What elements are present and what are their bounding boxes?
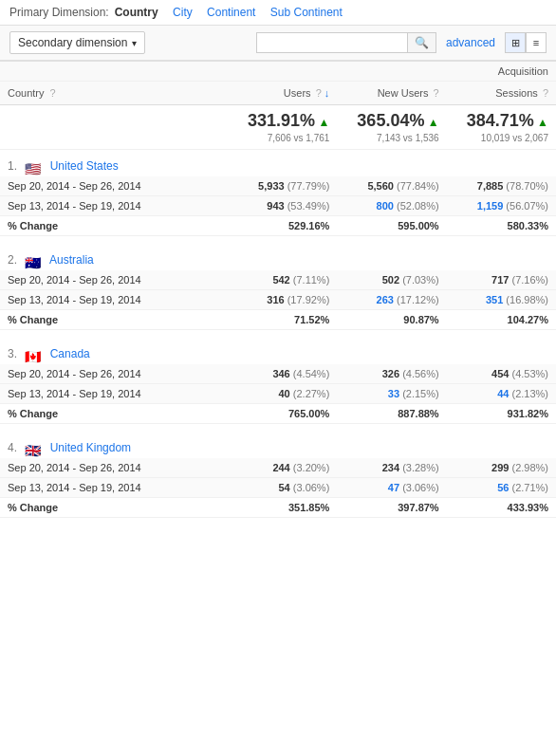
- search-button[interactable]: 🔍: [408, 32, 436, 53]
- country-row: 4. 🇬🇧 United Kingdom: [0, 432, 556, 458]
- date-row-2: Sep 13, 2014 - Sep 19, 2014 40 (2.27%) 3…: [0, 384, 556, 404]
- sessions-help-icon: ?: [543, 87, 548, 99]
- acquisition-header: Acquisition: [0, 62, 556, 82]
- summary-new-users: 365.04% ▲ 7,143 vs 1,536: [337, 105, 446, 150]
- country-name[interactable]: United States: [50, 159, 119, 173]
- users-column-header: Users ? ↓: [228, 82, 337, 105]
- list-view-icon[interactable]: ≡: [526, 32, 547, 53]
- date-row-1: Sep 20, 2014 - Sep 26, 2014 346 (4.54%) …: [0, 364, 556, 384]
- country-flag: 🇬🇧: [25, 443, 42, 454]
- country-name[interactable]: Australia: [49, 253, 94, 267]
- pct-change-row: % Change 71.52% 90.87% 104.27%: [0, 310, 556, 330]
- tab-subcontinent[interactable]: Sub Continent: [270, 6, 343, 19]
- data-table: Acquisition Country ? Users ? ↓ New User…: [0, 61, 556, 518]
- country-flag: 🇨🇦: [25, 349, 42, 360]
- country-flag: 🇦🇺: [25, 255, 42, 267]
- tab-country[interactable]: Country: [115, 6, 158, 19]
- country-rank: 1.: [8, 159, 17, 173]
- help-icon: ?: [50, 87, 56, 99]
- date-row-1: Sep 20, 2014 - Sep 26, 2014 542 (7.11%) …: [0, 270, 556, 290]
- summary-sessions: 384.71% ▲ 10,019 vs 2,067: [447, 105, 556, 150]
- new-users-column-header: New Users ?: [337, 82, 446, 105]
- summary-row: 331.91% ▲ 7,606 vs 1,761 365.04% ▲ 7,143…: [0, 105, 556, 150]
- country-row: 2. 🇦🇺 Australia: [0, 244, 556, 270]
- primary-dimension-bar: Primary Dimension: Country City Continen…: [0, 0, 556, 26]
- search-box: 🔍 advanced ⊞ ≡: [256, 32, 547, 53]
- sessions-column-header: Sessions ?: [447, 82, 556, 105]
- country-name[interactable]: United Kingdom: [50, 441, 131, 454]
- date-row-1: Sep 20, 2014 - Sep 26, 2014 5,933 (77.79…: [0, 176, 556, 196]
- country-rank: 2.: [8, 253, 17, 267]
- sort-arrow-icon[interactable]: ↓: [324, 87, 330, 99]
- country-rank: 3.: [8, 347, 17, 360]
- tab-city[interactable]: City: [173, 6, 193, 19]
- summary-users: 331.91% ▲ 7,606 vs 1,761: [228, 105, 337, 150]
- separator-row: [0, 424, 556, 433]
- tab-continent[interactable]: Continent: [207, 6, 255, 19]
- search-input[interactable]: [256, 32, 408, 53]
- secondary-dimension-label: Secondary dimension: [18, 36, 127, 49]
- grid-view-icon[interactable]: ⊞: [505, 32, 526, 53]
- pct-change-row: % Change 765.00% 887.88% 931.82%: [0, 404, 556, 424]
- users-help-icon: ?: [316, 87, 322, 99]
- country-row: 3. 🇨🇦 Canada: [0, 338, 556, 364]
- date-row-2: Sep 13, 2014 - Sep 19, 2014 316 (17.92%)…: [0, 290, 556, 310]
- users-up-arrow: ▲: [318, 116, 329, 129]
- chevron-down-icon: ▾: [132, 38, 137, 48]
- separator-row: [0, 330, 556, 339]
- new-users-up-arrow: ▲: [428, 116, 439, 129]
- country-rank: 4.: [8, 441, 17, 454]
- country-column-header: Country ?: [0, 82, 228, 105]
- date-row-1: Sep 20, 2014 - Sep 26, 2014 244 (3.20%) …: [0, 458, 556, 478]
- pct-change-row: % Change 529.16% 595.00% 580.33%: [0, 216, 556, 236]
- primary-dimension-label: Primary Dimension:: [9, 6, 109, 19]
- country-flag: 🇺🇸: [25, 161, 42, 173]
- country-name[interactable]: Canada: [50, 347, 90, 360]
- separator-row: [0, 236, 556, 245]
- new-users-help-icon: ?: [434, 87, 439, 99]
- date-row-2: Sep 13, 2014 - Sep 19, 2014 943 (53.49%)…: [0, 196, 556, 216]
- pct-change-row: % Change 351.85% 397.87% 433.93%: [0, 498, 556, 518]
- sessions-up-arrow: ▲: [537, 116, 548, 129]
- toolbar: Secondary dimension ▾ 🔍 advanced ⊞ ≡: [0, 26, 556, 61]
- search-icon: 🔍: [415, 36, 429, 49]
- advanced-link[interactable]: advanced: [446, 36, 495, 49]
- secondary-dimension-button[interactable]: Secondary dimension ▾: [9, 31, 145, 54]
- country-row: 1. 🇺🇸 United States: [0, 150, 556, 177]
- view-icons: ⊞ ≡: [505, 32, 547, 53]
- primary-dimension-tabs: Country City Continent Sub Continent: [115, 6, 354, 19]
- date-row-2: Sep 13, 2014 - Sep 19, 2014 54 (3.06%) 4…: [0, 478, 556, 498]
